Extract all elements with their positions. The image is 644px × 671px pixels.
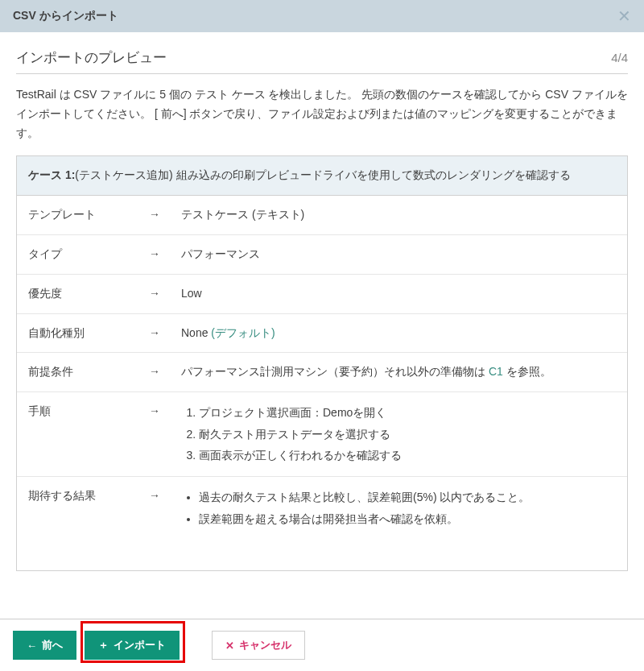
case-number: ケース 1: <box>28 168 75 181</box>
list-item: 過去の耐久テスト結果と比較し、誤差範囲(5%) 以内であること。 <box>199 487 616 508</box>
field-value: 過去の耐久テスト結果と比較し、誤差範囲(5%) 以内であること。 誤差範囲を超え… <box>181 487 616 529</box>
import-description: TestRail は CSV ファイルに 5 個の テスト ケース を検出しまし… <box>16 85 628 143</box>
field-expected: 期待する結果 → 過去の耐久テスト結果と比較し、誤差範囲(5%) 以内であること… <box>17 477 627 539</box>
field-label: タイプ <box>28 245 149 264</box>
step-indicator: 4/4 <box>611 51 628 64</box>
case-title: 組み込みの印刷プレビュードライバを使用して数式のレンダリングを確認する <box>173 168 571 181</box>
case-header: ケース 1:(テストケース追加) 組み込みの印刷プレビュードライバを使用して数式… <box>17 156 627 196</box>
field-value: プロジェクト選択画面：Demoを開く 耐久テスト用テストデータを選択する 画面表… <box>181 402 616 466</box>
field-type: タイプ → パフォーマンス <box>17 235 627 275</box>
subtitle: インポートのプレビュー <box>16 48 167 67</box>
precond-text-post: を参照。 <box>503 365 551 378</box>
field-template: テンプレート → テストケース (テキスト) <box>17 196 627 235</box>
list-item: 誤差範囲を超える場合は開発担当者へ確認を依頼。 <box>199 508 616 530</box>
back-button[interactable]: ← 前へ <box>13 631 76 660</box>
arrow-icon: → <box>149 362 181 382</box>
field-value: None (デフォルト) <box>181 324 616 343</box>
arrow-icon: → <box>149 402 181 466</box>
field-label: テンプレート <box>28 205 149 225</box>
field-precondition: 前提条件 → パフォーマンス計測用マシン（要予約）それ以外の準備物は C1 を参… <box>17 353 627 392</box>
steps-list: プロジェクト選択画面：Demoを開く 耐久テスト用テストデータを選択する 画面表… <box>181 402 616 466</box>
arrow-icon: → <box>149 245 181 264</box>
list-item: 画面表示が正しく行われるかを確認する <box>199 445 616 466</box>
dialog-body: インポートのプレビュー 4/4 TestRail は CSV ファイルに 5 個… <box>0 32 644 579</box>
expected-list: 過去の耐久テスト結果と比較し、誤差範囲(5%) 以内であること。 誤差範囲を超え… <box>181 487 616 529</box>
close-icon: ✕ <box>225 640 234 652</box>
field-value: テストケース (テキスト) <box>181 205 616 225</box>
arrow-left-icon: ← <box>27 640 37 652</box>
field-priority: 優先度 → Low <box>17 275 627 314</box>
dialog-title: CSV からインポート <box>13 9 118 23</box>
case-action: (テストケース追加) <box>75 168 172 181</box>
preview-panel[interactable]: ケース 1:(テストケース追加) 組み込みの印刷プレビュードライバを使用して数式… <box>16 155 628 571</box>
field-label: 手順 <box>28 402 149 466</box>
back-label: 前へ <box>42 638 63 652</box>
precond-link[interactable]: C1 <box>489 365 503 378</box>
highlight-annotation <box>80 621 185 663</box>
arrow-icon: → <box>149 205 181 225</box>
field-value: パフォーマンス <box>181 245 616 264</box>
arrow-icon: → <box>149 284 181 304</box>
field-label: 自動化種別 <box>28 324 149 343</box>
subheader: インポートのプレビュー 4/4 <box>16 48 628 74</box>
arrow-icon: → <box>149 487 181 529</box>
dialog-header: CSV からインポート ✕ <box>0 0 644 32</box>
automation-default: (デフォルト) <box>211 326 275 339</box>
list-item: 耐久テスト用テストデータを選択する <box>199 424 616 445</box>
field-value: Low <box>181 284 616 304</box>
cancel-button[interactable]: ✕ キャンセル <box>212 631 305 660</box>
close-icon[interactable]: ✕ <box>617 8 631 24</box>
automation-value: None <box>181 326 211 339</box>
field-value: パフォーマンス計測用マシン（要予約）それ以外の準備物は C1 を参照。 <box>181 362 616 382</box>
list-item: プロジェクト選択画面：Demoを開く <box>199 402 616 424</box>
field-steps: 手順 → プロジェクト選択画面：Demoを開く 耐久テスト用テストデータを選択す… <box>17 392 627 477</box>
field-automation: 自動化種別 → None (デフォルト) <box>17 314 627 354</box>
field-label: 優先度 <box>28 284 149 304</box>
arrow-icon: → <box>149 324 181 343</box>
field-label: 期待する結果 <box>28 487 149 529</box>
field-label: 前提条件 <box>28 362 149 382</box>
cancel-label: キャンセル <box>239 638 291 652</box>
precond-text-pre: パフォーマンス計測用マシン（要予約）それ以外の準備物は <box>181 365 489 378</box>
